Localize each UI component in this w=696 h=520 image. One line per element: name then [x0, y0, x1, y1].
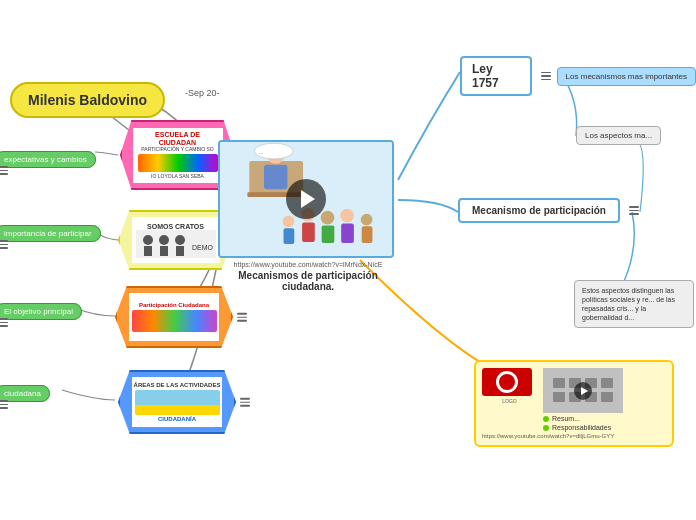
svg-rect-18 — [341, 223, 354, 243]
sep-label: -Sep 20- — [185, 88, 220, 98]
importancia-node: importancia de participar — [0, 222, 101, 249]
importancia-label: importancia de participar — [0, 225, 101, 242]
mind-map-canvas: Milenis Baldovino -Sep 20- expectativas … — [0, 0, 696, 520]
participacion-box: Participación Ciudadana — [115, 286, 233, 348]
play-button[interactable] — [286, 179, 326, 219]
aspectos-node: Los aspectos ma... — [576, 126, 661, 145]
ley-box: Ley 1757 — [460, 56, 532, 96]
svg-point-15 — [321, 211, 335, 225]
svg-point-17 — [340, 209, 354, 223]
bottom-video-right: Resum... Responsabilidades — [543, 368, 666, 431]
participacion-node: Participación Ciudadana — [115, 286, 233, 348]
ciudadania-title: ÁREAS DE LAS ACTIVIDADES — [134, 382, 221, 388]
milenis-label: Milenis Baldovino — [28, 92, 147, 108]
participacion-title: Participación Ciudadana — [139, 302, 209, 308]
ciudadania-inner: ÁREAS DE LAS ACTIVIDADES CIUDADANÍA — [132, 377, 222, 427]
mecanismo-box: Mecanismo de participación — [458, 198, 620, 223]
bottom-video-left: LOGO — [482, 368, 537, 404]
central-video-title: Mecanismos de participación ciudadana. — [218, 270, 398, 292]
svg-text:...: ... — [259, 150, 263, 155]
escuela-subtitle: PARTICIPACIÓN Y CAMBIO SO — [141, 146, 213, 152]
svg-rect-16 — [322, 225, 335, 243]
aspectos-label: Los aspectos ma... — [585, 131, 652, 140]
resume-row: Resum... — [543, 415, 666, 422]
svg-rect-12 — [264, 165, 287, 189]
ciudadania-lines-icon — [240, 398, 250, 407]
ley-description: Los mecanismos mas importantes — [557, 67, 696, 86]
escuela-title: ESCUELA DE CIUDADAN — [155, 131, 200, 146]
bottom-video-thumb[interactable] — [543, 368, 623, 413]
somos-node: SOMOS CRATOS DEMO — [118, 210, 233, 270]
escuela-inner: ESCUELA DE CIUDADAN PARTICIPACIÓN Y CAMB… — [133, 128, 223, 183]
expectativas-label: expectativas y cambios — [0, 151, 96, 168]
responsabilidades-row: Responsabilidades — [543, 424, 666, 431]
bottom-video-url: https://www.youtube.com/watch?v=dlljLGmu… — [482, 433, 666, 439]
escuela-img — [138, 154, 218, 172]
mecanismo-lines-icon — [629, 206, 639, 215]
mecanismo-participacion-node: Mecanismo de participación — [458, 198, 639, 223]
ciudadania-img — [135, 390, 220, 415]
svg-rect-26 — [553, 378, 565, 388]
central-video-thumb[interactable]: ... — [218, 140, 394, 258]
responsabilidades-label: Responsabilidades — [552, 424, 611, 431]
ciudadania-subtitle: CIUDADANÍA — [158, 416, 196, 422]
svg-point-3 — [159, 235, 169, 245]
svg-point-21 — [283, 216, 295, 228]
participacion-inner: Participación Ciudadana — [129, 293, 219, 341]
ley-lines-icon — [541, 72, 551, 81]
bottom-video-inner: LOGO — [482, 368, 666, 431]
svg-rect-22 — [284, 228, 295, 244]
ley-label: Ley 1757 — [472, 62, 499, 90]
ciudadania-hex-node: ÁREAS DE LAS ACTIVIDADES CIUDADANÍA — [118, 370, 236, 434]
svg-rect-29 — [601, 378, 613, 388]
somos-img: DEMO — [136, 230, 216, 258]
central-video-node[interactable]: ... https://www.youtube.com/watch?v=lMrN… — [218, 140, 398, 292]
somos-title: SOMOS CRATOS — [147, 223, 204, 230]
estos-aspectos-node: Estos aspectos distinguen las políticas … — [574, 280, 694, 328]
responsabilidades-bullet — [543, 425, 549, 431]
svg-point-1 — [143, 235, 153, 245]
participacion-lines-icon — [237, 313, 247, 322]
svg-text:DEMO: DEMO — [192, 244, 214, 251]
participacion-img — [132, 310, 217, 332]
resume-bullet — [543, 416, 549, 422]
expectativas-node: expectativas y cambios — [0, 148, 96, 175]
mecanismo-label: Mecanismo de participación — [472, 205, 606, 216]
svg-point-19 — [361, 214, 373, 226]
somos-box: SOMOS CRATOS DEMO — [118, 210, 233, 270]
ley-1757-node: Ley 1757 Los mecanismos mas importantes — [460, 56, 696, 96]
svg-point-5 — [175, 235, 185, 245]
svg-rect-20 — [362, 226, 373, 243]
estos-label: Estos aspectos distinguen las políticas … — [582, 287, 675, 321]
svg-rect-30 — [553, 392, 565, 402]
objetivo-node: El objetivo principal — [0, 300, 82, 327]
central-video-url: https://www.youtube.com/watch?v=lMrNdx-N… — [218, 261, 398, 268]
somos-inner: SOMOS CRATOS DEMO — [132, 217, 220, 263]
svg-rect-2 — [144, 246, 152, 256]
escuela-line3: IO LOYOLA SAN SEBA — [151, 173, 204, 179]
ciudadana-node: ciudadana — [0, 382, 50, 409]
logo-circle — [496, 371, 518, 393]
ciudadania-box: ÁREAS DE LAS ACTIVIDADES CIUDADANÍA — [118, 370, 236, 434]
milenis-node: Milenis Baldovino — [10, 82, 165, 118]
resume-label: Resum... — [552, 415, 580, 422]
objetivo-label: El objetivo principal — [0, 303, 82, 320]
svg-rect-6 — [176, 246, 184, 256]
bottom-logo-text: LOGO — [482, 398, 537, 404]
bottom-play-button[interactable] — [574, 382, 592, 400]
bottom-video-node[interactable]: LOGO — [474, 360, 674, 447]
svg-rect-4 — [160, 246, 168, 256]
bottom-logo — [482, 368, 532, 396]
svg-rect-14 — [302, 222, 315, 242]
svg-rect-33 — [601, 392, 613, 402]
